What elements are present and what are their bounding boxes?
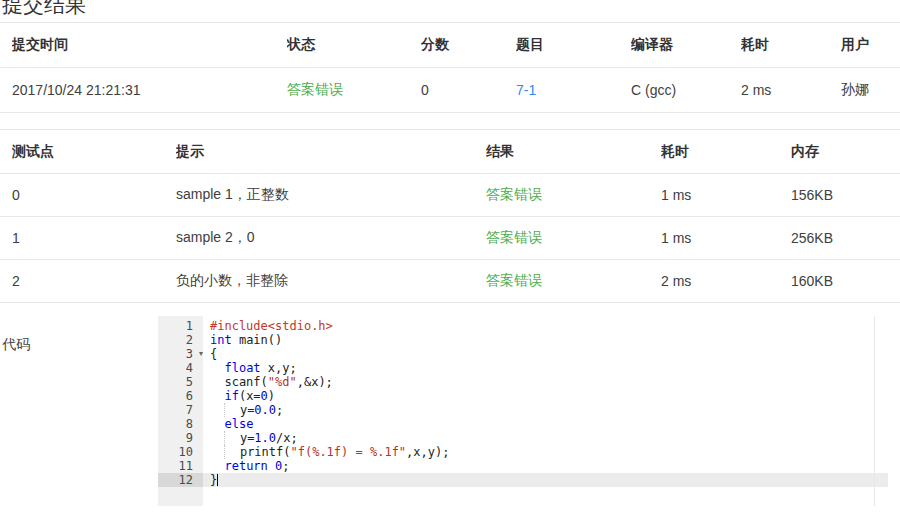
code-line[interactable]: #include<stdio.h>: [203, 319, 888, 333]
gutter-line-number: 12: [158, 473, 203, 487]
gutter-line-number: 7: [158, 403, 203, 417]
test-id: 2: [12, 273, 176, 289]
code-line[interactable]: else: [203, 417, 888, 431]
testcase-row: 1 sample 2，0 答案错误 1 ms 256KB: [0, 217, 900, 260]
code-editor[interactable]: 123▾456789101112 #include<stdio.h>int ma…: [158, 316, 888, 506]
test-memory: 156KB: [791, 187, 900, 203]
col-header-user: 用户: [841, 36, 900, 54]
col-header-score: 分数: [421, 36, 516, 54]
gutter-line-number: 2: [158, 333, 203, 347]
submission-score: 0: [421, 82, 516, 98]
gutter-line-number: 11: [158, 459, 203, 473]
code-line[interactable]: int main(): [203, 333, 888, 347]
test-result: 答案错误: [486, 186, 661, 204]
submission-table-header: 提交时间 状态 分数 题目 编译器 耗时 用户: [0, 23, 900, 68]
test-result: 答案错误: [486, 272, 661, 290]
gutter: 123▾456789101112: [158, 316, 203, 506]
col-header-submit-time: 提交时间: [12, 36, 287, 54]
gutter-line-number: 1: [158, 319, 203, 333]
code-lines[interactable]: #include<stdio.h>int main(){ float x,y; …: [203, 316, 888, 506]
col-header-duration: 耗时: [741, 36, 841, 54]
print-margin-line: [874, 316, 875, 506]
col-header-compiler: 编译器: [631, 36, 741, 54]
submission-compiler: C (gcc): [631, 82, 741, 98]
test-id: 1: [12, 230, 176, 246]
code-line[interactable]: {: [203, 347, 888, 361]
test-duration: 1 ms: [661, 187, 791, 203]
code-line[interactable]: if(x=0): [203, 389, 888, 403]
code-line[interactable]: printf("f(%.1f) = %.1f",x,y);: [203, 445, 888, 459]
test-id: 0: [12, 187, 176, 203]
gutter-line-number: 10: [158, 445, 203, 459]
submission-table: 提交时间 状态 分数 题目 编译器 耗时 用户 2017/10/24 21:21…: [0, 22, 900, 113]
testcase-row: 2 负的小数，非整除 答案错误 2 ms 160KB: [0, 260, 900, 303]
test-hint: sample 2，0: [176, 229, 486, 247]
problem-link[interactable]: 7-1: [516, 82, 536, 98]
code-line[interactable]: scanf("%d",&x);: [203, 375, 888, 389]
gutter-line-number: 5: [158, 375, 203, 389]
code-line[interactable]: return 0;: [203, 459, 888, 473]
test-hint: sample 1，正整数: [176, 186, 486, 204]
submission-status: 答案错误: [287, 81, 421, 99]
col-header-result: 结果: [486, 143, 661, 161]
testcases-table: 测试点 提示 结果 耗时 内存 0 sample 1，正整数 答案错误 1 ms…: [0, 129, 900, 303]
test-result: 答案错误: [486, 229, 661, 247]
submission-user: 孙娜: [841, 81, 900, 99]
test-hint: 负的小数，非整除: [176, 272, 486, 290]
test-memory: 160KB: [791, 273, 900, 289]
submission-row: 2017/10/24 21:21:31 答案错误 0 7-1 C (gcc) 2…: [0, 68, 900, 113]
code-line[interactable]: y=0.0;: [203, 403, 888, 417]
code-label: 代码: [0, 316, 158, 506]
gutter-line-number: 8: [158, 417, 203, 431]
gutter-line-number: 6: [158, 389, 203, 403]
gutter-line-number: 9: [158, 431, 203, 445]
col-header-test-duration: 耗时: [661, 143, 791, 161]
submit-time: 2017/10/24 21:21:31: [12, 82, 287, 98]
col-header-memory: 内存: [791, 143, 900, 161]
testcase-row: 0 sample 1，正整数 答案错误 1 ms 156KB: [0, 174, 900, 217]
test-duration: 2 ms: [661, 273, 791, 289]
test-memory: 256KB: [791, 230, 900, 246]
testcases-table-header: 测试点 提示 结果 耗时 内存: [0, 130, 900, 174]
gutter-line-number: 4: [158, 361, 203, 375]
code-section: 代码 123▾456789101112 #include<stdio.h>int…: [0, 316, 900, 506]
page-title: 提交结果: [2, 0, 900, 20]
submission-duration: 2 ms: [741, 82, 841, 98]
code-line[interactable]: }: [203, 473, 888, 487]
test-duration: 1 ms: [661, 230, 791, 246]
col-header-hint: 提示: [176, 143, 486, 161]
col-header-status: 状态: [287, 36, 421, 54]
col-header-testpoint: 测试点: [12, 143, 176, 161]
code-line[interactable]: y=1.0/x;: [203, 431, 888, 445]
text-cursor: [217, 474, 218, 486]
code-line[interactable]: float x,y;: [203, 361, 888, 375]
col-header-problem: 题目: [516, 36, 631, 54]
gutter-line-number: 3▾: [158, 347, 203, 361]
